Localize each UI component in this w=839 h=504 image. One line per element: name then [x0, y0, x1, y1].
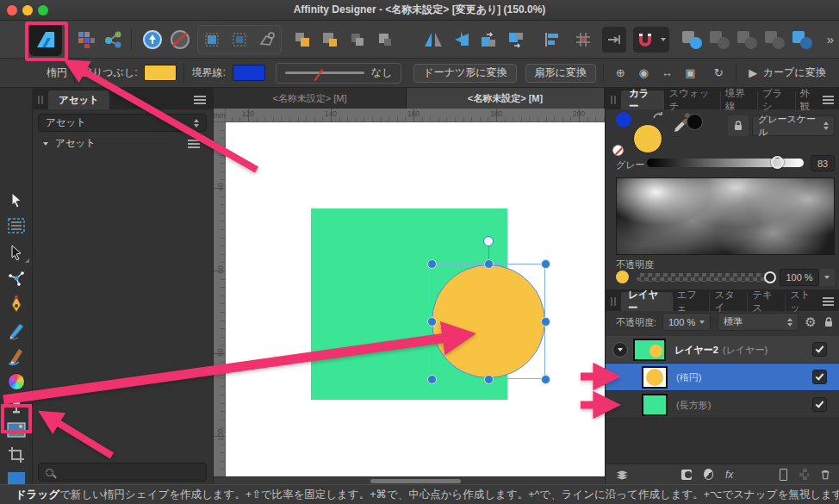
convert-to-donut-button[interactable]: ドーナツ形に変換: [413, 64, 516, 83]
selection-handle-top-right[interactable]: [541, 259, 550, 269]
rotate-reset-icon[interactable]: ↻: [709, 64, 729, 83]
cycle-selection-icon[interactable]: ◉: [634, 64, 654, 83]
snapping-grid-icon[interactable]: [571, 27, 595, 53]
tab-assets[interactable]: アセット: [48, 90, 109, 109]
gray-slider[interactable]: [647, 159, 804, 167]
document-page[interactable]: [226, 122, 605, 476]
swap-colors-icon[interactable]: [652, 110, 664, 122]
close-button[interactable]: [7, 5, 17, 16]
assets-search-input[interactable]: [38, 463, 207, 482]
new-layer-icon[interactable]: [780, 469, 787, 481]
pen-tool[interactable]: [0, 293, 33, 315]
flip-horizontal-icon[interactable]: [421, 27, 445, 53]
grayscale-noise-preview[interactable]: [616, 177, 835, 255]
color-panel-menu-icon[interactable]: [823, 96, 834, 104]
vertical-ruler[interactable]: 40 60 80 100: [214, 122, 226, 476]
section-menu-icon[interactable]: [188, 140, 200, 148]
tab-appearance[interactable]: 外観: [795, 90, 823, 109]
tab-stock[interactable]: ストッ: [785, 292, 823, 311]
minimize-button[interactable]: [22, 5, 33, 16]
panel-menu-icon[interactable]: [194, 96, 206, 104]
fill-color-circle[interactable]: [633, 124, 662, 153]
transform-origin-icon[interactable]: ⊕: [611, 64, 631, 83]
color-lock-button[interactable]: [728, 115, 749, 136]
artboard-tool[interactable]: [0, 215, 33, 237]
layer-visibility-checkbox[interactable]: [812, 397, 827, 412]
layer-row-ellipse-selected[interactable]: (楕円): [606, 364, 839, 391]
layer-row-rectangle[interactable]: (長方形): [606, 391, 839, 419]
fill-gradient-tool[interactable]: [0, 370, 33, 393]
arrange-back-icon[interactable]: [318, 27, 342, 53]
rotate-ccw-icon[interactable]: [476, 27, 500, 53]
transform-objects-icon[interactable]: ▣: [681, 64, 700, 83]
align-icon[interactable]: [540, 27, 564, 53]
color-swatch-grid-icon[interactable]: [74, 27, 98, 53]
tab-color[interactable]: カラー: [621, 90, 664, 109]
expand-collapse-icon[interactable]: [612, 342, 628, 358]
color-opacity-slider[interactable]: [637, 273, 773, 282]
vector-brush-tool[interactable]: [0, 345, 33, 367]
layer-lock-button[interactable]: [821, 314, 836, 330]
tab-text[interactable]: テキス: [747, 292, 785, 311]
convert-to-curve-icon[interactable]: ▶: [743, 64, 763, 83]
move-snap-toggle[interactable]: [602, 27, 626, 53]
arrange-front-icon[interactable]: [290, 27, 314, 53]
layer-name[interactable]: レイヤー2: [674, 344, 718, 357]
opacity-slider-knob[interactable]: [764, 271, 776, 283]
picked-color-swatch[interactable]: [687, 114, 703, 130]
point-transform-tool[interactable]: [0, 267, 33, 289]
selection-handle-top-center[interactable]: [484, 259, 494, 269]
arrange-backward-icon[interactable]: [373, 27, 397, 53]
rotation-handle[interactable]: [483, 236, 494, 246]
document-tab-2[interactable]: <名称未設定> [M]: [407, 88, 604, 109]
boolean-subtract-icon[interactable]: [707, 27, 731, 53]
persona-badge-icon[interactable]: [140, 27, 165, 53]
layer-effects-fx-icon[interactable]: fx: [725, 469, 733, 481]
pixel-grid-fine-icon[interactable]: [227, 27, 252, 53]
delete-layer-trash-icon[interactable]: [821, 469, 830, 481]
tab-styles[interactable]: スタイ: [709, 292, 747, 311]
panel-grip[interactable]: [611, 96, 616, 104]
stroke-color-ring[interactable]: [616, 112, 631, 128]
toolbar-overflow-chevron[interactable]: »: [827, 32, 834, 47]
tab-stroke[interactable]: 境界線: [720, 90, 757, 109]
selection-handle-mid-left[interactable]: [427, 317, 437, 327]
layer-type[interactable]: (長方形): [676, 399, 711, 412]
document-tab-1[interactable]: <名称未設定> [M]: [214, 88, 407, 109]
tab-swatches[interactable]: スウォッチ: [664, 90, 720, 109]
horizontal-scrollbar[interactable]: [214, 476, 605, 484]
zoom-button[interactable]: [38, 5, 48, 16]
convert-to-curve-label[interactable]: カーブに変換: [763, 65, 826, 80]
crop-tool[interactable]: [0, 444, 33, 466]
color-opacity-value[interactable]: 100 %: [780, 269, 819, 286]
opacity-dropdown-button[interactable]: [819, 269, 835, 286]
layer-thumbnail[interactable]: [642, 366, 668, 389]
boolean-add-icon[interactable]: [680, 27, 704, 53]
selection-handle-top-left[interactable]: [427, 259, 437, 269]
new-pixel-layer-icon[interactable]: [799, 469, 808, 480]
layer-type[interactable]: (楕円): [676, 371, 701, 384]
layer-row-group[interactable]: レイヤー2 (レイヤー): [606, 336, 839, 364]
show-handles-icon[interactable]: ↔: [657, 64, 677, 83]
node-tool[interactable]: [0, 241, 33, 264]
selection-handle-bottom-center[interactable]: [484, 375, 494, 384]
panel-grip[interactable]: [611, 297, 616, 306]
tab-effects[interactable]: エフェ: [673, 292, 710, 311]
arrange-forward-icon[interactable]: [345, 27, 370, 53]
blend-mode-select[interactable]: 標準: [718, 313, 799, 331]
color-mode-select[interactable]: グレースケール: [752, 115, 835, 136]
selection-handle-mid-right[interactable]: [541, 317, 550, 327]
convert-to-pie-button[interactable]: 扇形に変換: [525, 64, 596, 83]
move-tool[interactable]: [0, 189, 33, 211]
panel-grip[interactable]: [38, 96, 43, 104]
tab-brush[interactable]: ブラシ: [757, 90, 795, 109]
layer-settings-gear-icon[interactable]: ⚙: [802, 313, 819, 331]
horizontal-ruler[interactable]: 120 140 160 180 200: [226, 109, 605, 122]
layer-thumbnail[interactable]: [633, 339, 666, 361]
gray-value-box[interactable]: 83: [811, 155, 835, 171]
boolean-divide-icon[interactable]: [762, 27, 786, 53]
free-transform-icon[interactable]: [255, 27, 279, 53]
mask-layer-icon[interactable]: [681, 470, 692, 480]
fill-color-swatch[interactable]: [144, 65, 177, 81]
pencil-tool[interactable]: [0, 319, 33, 341]
